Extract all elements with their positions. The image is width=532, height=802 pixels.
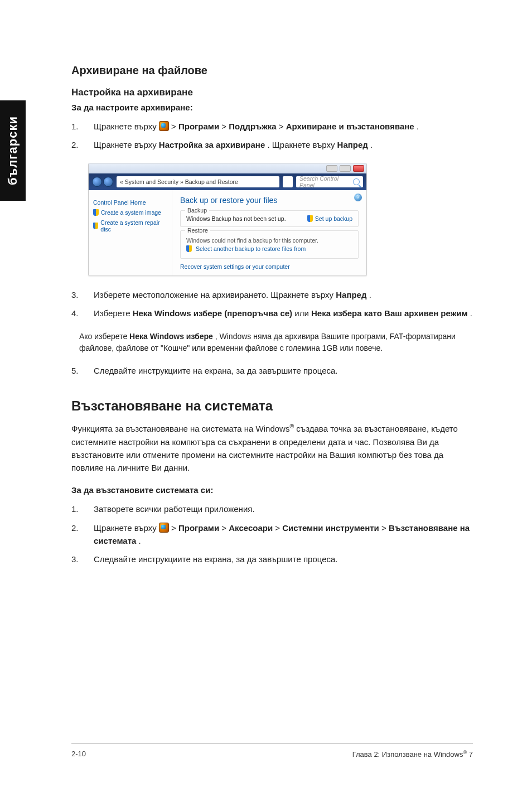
text-fragment: . <box>369 290 371 299</box>
language-tab: български <box>0 100 26 201</box>
page-footer: 2-10 Глава 2: Използване на Windows® 7 <box>71 743 473 758</box>
step-text: Затворете всички работещи приложения. <box>94 503 473 515</box>
section-archiving-lead: За да настроите архивиране: <box>71 103 473 112</box>
sidebar-home-link[interactable]: Control Panel Home <box>93 199 167 206</box>
step-text: Следвайте инструкциите на екрана, за да … <box>94 553 473 566</box>
menu-path-item: Аксесоари <box>229 523 273 533</box>
recover-system-link[interactable]: Recover system settings or your computer <box>180 263 359 270</box>
backup-group: Backup Windows Backup has not been set u… <box>180 210 359 227</box>
text-fragment: > <box>221 122 229 131</box>
text-fragment: . Щракнете върху <box>267 140 337 149</box>
step-number: 2. <box>71 138 94 151</box>
step-text: Изберете Нека Windows избере (препоръчва… <box>94 307 473 320</box>
text-fragment: 7 <box>467 750 473 758</box>
text-fragment: Щракнете върху <box>94 122 159 131</box>
restore-group: Restore Windows could not find a backup … <box>180 230 359 259</box>
sidebar-link-create-image[interactable]: Create a system image <box>93 209 167 216</box>
main-heading: Back up or restore your files <box>180 196 359 205</box>
help-icon[interactable]: ? <box>354 194 362 201</box>
section-archiving-title: Архивиране на файлове <box>71 64 473 77</box>
text-fragment: Функцията за възстановяване на системата… <box>71 424 289 433</box>
search-placeholder: Search Control Panel <box>299 175 353 189</box>
text-fragment: Изберете местоположение на архивирането.… <box>94 290 336 299</box>
step-number: 3. <box>71 553 94 566</box>
link-label: Select another backup to restore files f… <box>196 245 306 252</box>
text-fragment: Изберете <box>94 308 133 318</box>
menu-path-item: Поддръжка <box>229 122 276 131</box>
menu-path-item: Системни инструменти <box>282 523 379 533</box>
group-label: Restore <box>185 227 210 234</box>
restore-lead: За да възстановите системата си: <box>71 485 473 495</box>
sidebar-link-create-disc[interactable]: Create a system repair disc <box>93 219 167 233</box>
step-number: 1. <box>71 120 94 133</box>
shield-icon <box>93 209 99 216</box>
text-fragment: Ако изберете <box>79 332 129 341</box>
nav-arrows <box>92 177 113 187</box>
set-up-backup-link[interactable]: Set up backup <box>307 215 352 222</box>
chapter-label: Глава 2: Използване на Windows® 7 <box>352 750 473 758</box>
breadcrumb-path[interactable]: « System and Security » Backup and Resto… <box>117 176 279 187</box>
maximize-button[interactable] <box>340 165 351 172</box>
minimize-button[interactable] <box>326 165 337 172</box>
page-number: 2-10 <box>71 750 86 758</box>
section-archiving-subtitle: Настройка на архивиране <box>71 87 473 98</box>
restore-status: Windows could not find a backup for this… <box>186 237 352 244</box>
note-text: Ако изберете Нека Windows избере , Windo… <box>79 331 473 354</box>
link-label: Set up backup <box>315 215 352 222</box>
ui-label: Настройка за архивиране <box>159 140 265 149</box>
window-titlebar <box>89 163 366 173</box>
close-button[interactable] <box>353 165 364 172</box>
link-label: Create a system repair disc <box>100 219 167 233</box>
start-orb-icon <box>159 121 169 131</box>
text-fragment: Глава 2: Използване на Windows <box>352 750 463 758</box>
refresh-button[interactable] <box>283 176 293 187</box>
section-restore-title: Възстановяване на системата <box>71 398 473 414</box>
archiving-steps-final: 5. Следвайте инструкциите на екрана, за … <box>71 364 473 377</box>
search-box[interactable]: Search Control Panel <box>296 176 363 187</box>
text-fragment: . <box>139 536 141 545</box>
note-block: Ако изберете Нека Windows избере , Windo… <box>71 331 473 354</box>
text-fragment: > <box>171 523 178 533</box>
back-button[interactable] <box>92 177 102 187</box>
window-frame: « System and Security » Backup and Resto… <box>88 163 367 276</box>
restore-select-link[interactable]: Select another backup to restore files f… <box>186 245 352 252</box>
text-fragment: . <box>370 140 373 149</box>
step-text: Щракнете върху > Програми > Поддръжка > … <box>94 120 473 133</box>
text-fragment: > <box>171 122 178 131</box>
step-text: Щракнете върху Настройка за архивиране .… <box>94 138 473 151</box>
shield-icon <box>93 223 98 229</box>
menu-path-item: Програми <box>178 523 219 533</box>
window-sidebar: Control Panel Home Create a system image… <box>89 190 172 276</box>
text-fragment: . <box>417 122 419 131</box>
text-fragment: > <box>381 523 389 533</box>
embedded-screenshot: « System and Security » Backup and Resto… <box>88 163 473 276</box>
menu-path-item: Архивиране и възстановяване <box>286 122 414 131</box>
text-fragment: Щракнете върху <box>94 523 159 533</box>
step-number: 2. <box>71 521 94 548</box>
text-fragment: . <box>470 308 472 318</box>
archiving-steps: 1. Щракнете върху > Програми > Поддръжка… <box>71 120 473 152</box>
text-fragment: > <box>275 523 282 533</box>
ui-label: Нека Windows избере (препоръчва се) <box>133 308 292 318</box>
ui-label: Напред <box>336 290 366 299</box>
step-text: Следвайте инструкциите на екрана, за да … <box>94 364 473 377</box>
backup-status: Windows Backup has not been set up. <box>186 215 286 222</box>
window-nav-bar: « System and Security » Backup and Resto… <box>89 173 366 190</box>
search-icon <box>353 178 360 185</box>
shield-icon <box>307 215 313 222</box>
step-number: 3. <box>71 288 94 301</box>
restore-paragraph: Функцията за възстановяване на системата… <box>71 422 473 474</box>
step-text: Щракнете върху > Програми > Аксесоари > … <box>94 521 473 548</box>
text-fragment: > <box>221 523 229 533</box>
page-content: Архивиране на файлове Настройка на архив… <box>71 64 473 577</box>
forward-button[interactable] <box>103 177 113 187</box>
ui-label: Напред <box>337 140 368 149</box>
registered-mark: ® <box>289 423 294 429</box>
restore-steps: 1. Затворете всички работещи приложения.… <box>71 503 473 566</box>
step-number: 5. <box>71 364 94 377</box>
ui-label: Нека Windows избере <box>129 332 213 341</box>
menu-path-item: Програми <box>178 122 219 131</box>
window-main: ? Back up or restore your files Backup W… <box>172 190 366 276</box>
link-label: Create a system image <box>101 209 161 216</box>
step-number: 1. <box>71 503 94 515</box>
